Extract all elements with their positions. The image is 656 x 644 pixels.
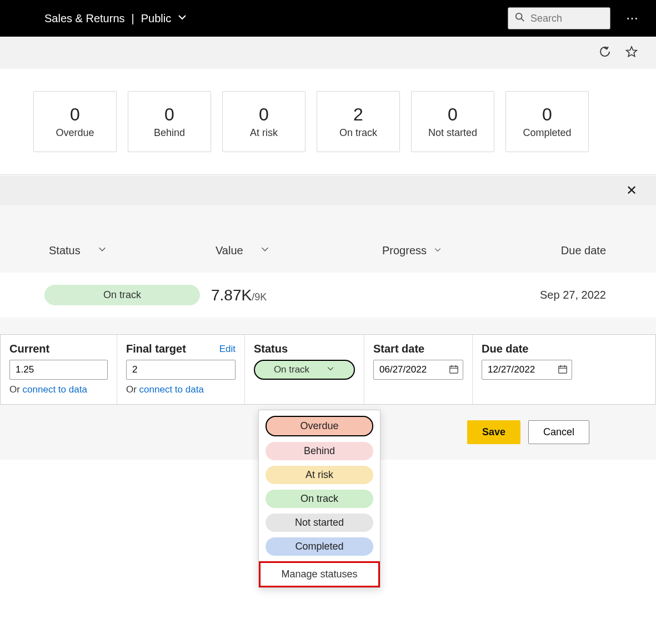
card-at-risk[interactable]: 0 At risk xyxy=(222,91,306,152)
card-label: Not started xyxy=(428,127,477,139)
search-box[interactable] xyxy=(508,7,610,29)
close-icon[interactable]: ✕ xyxy=(620,179,643,202)
card-overdue[interactable]: 0 Overdue xyxy=(33,91,117,152)
card-completed[interactable]: 0 Completed xyxy=(505,91,589,152)
status-option-behind[interactable]: Behind xyxy=(266,442,373,460)
col-value-label[interactable]: Value xyxy=(216,244,243,257)
workspace-name[interactable]: Public xyxy=(141,12,171,25)
top-header: Sales & Returns | Public ⋯ xyxy=(0,0,656,37)
card-on-track[interactable]: 2 On track xyxy=(317,91,400,152)
goal-row[interactable]: On track 7.87K/9K Sep 27, 2022 xyxy=(0,273,656,318)
card-not-started[interactable]: 0 Not started xyxy=(411,91,494,152)
card-count: 0 xyxy=(164,104,174,125)
card-label: On track xyxy=(339,127,377,139)
card-label: At risk xyxy=(250,127,278,139)
app-title: Sales & Returns xyxy=(44,12,125,25)
col-due-label[interactable]: Due date xyxy=(561,244,606,256)
calendar-icon[interactable] xyxy=(449,364,459,376)
value-denom: /9K xyxy=(252,291,267,303)
cancel-button[interactable]: Cancel xyxy=(528,420,589,444)
start-date-label: Start date xyxy=(373,343,424,355)
edit-form: Current Or connect to data Final target … xyxy=(0,334,656,405)
chevron-down-icon[interactable] xyxy=(433,244,442,257)
sub-header xyxy=(0,37,656,69)
due-date-label: Due date xyxy=(482,343,528,355)
calendar-icon[interactable] xyxy=(558,364,568,376)
search-icon xyxy=(515,12,525,24)
save-button[interactable]: Save xyxy=(467,420,520,444)
final-hint: Or connect to data xyxy=(126,384,236,395)
svg-rect-2 xyxy=(450,366,458,374)
status-option-overdue[interactable]: Overdue xyxy=(266,416,373,436)
final-target-input[interactable] xyxy=(126,360,236,380)
status-select[interactable]: On track xyxy=(254,360,355,380)
card-count: 0 xyxy=(259,104,269,125)
refresh-icon[interactable] xyxy=(598,45,612,61)
col-status-label[interactable]: Status xyxy=(49,244,81,257)
card-label: Behind xyxy=(154,127,185,139)
status-label: Status xyxy=(254,343,288,355)
chevron-down-icon xyxy=(326,364,335,375)
col-progress-label[interactable]: Progress xyxy=(382,244,427,257)
group-due-date: Due date xyxy=(473,335,581,404)
connect-data-link[interactable]: connect to data xyxy=(139,384,204,395)
card-behind[interactable]: 0 Behind xyxy=(128,91,211,152)
columns-header: Status Value Progress Due date xyxy=(0,205,656,273)
card-count: 0 xyxy=(70,104,80,125)
current-hint: Or connect to data xyxy=(9,384,108,395)
edit-link[interactable]: Edit xyxy=(219,344,236,355)
card-count: 0 xyxy=(542,104,552,125)
due-date-cell: Sep 27, 2022 xyxy=(540,289,623,301)
status-cards-row: 0 Overdue 0 Behind 0 At risk 2 On track … xyxy=(0,69,656,175)
group-current: Current Or connect to data xyxy=(1,335,117,404)
title-divider: | xyxy=(132,12,134,25)
value-main: 7.87K xyxy=(211,286,252,304)
status-pill: On track xyxy=(44,285,200,305)
connect-data-link[interactable]: connect to data xyxy=(23,384,87,395)
value-cell: 7.87K/9K xyxy=(211,286,378,304)
card-label: Overdue xyxy=(56,127,94,139)
svg-point-0 xyxy=(516,13,522,19)
group-final-target: Final target Edit Or connect to data xyxy=(117,335,245,404)
favorite-icon[interactable] xyxy=(625,45,638,61)
final-target-label: Final target xyxy=(126,343,186,355)
chevron-down-icon[interactable] xyxy=(177,12,188,25)
svg-rect-6 xyxy=(559,366,567,374)
panel-header: ✕ xyxy=(0,175,656,205)
group-status: Status On track xyxy=(245,335,364,404)
group-start-date: Start date xyxy=(364,335,473,404)
search-input[interactable] xyxy=(530,13,603,24)
card-count: 0 xyxy=(448,104,458,125)
svg-line-1 xyxy=(522,19,524,22)
chevron-down-icon[interactable] xyxy=(97,244,107,257)
status-dropdown: Overdue Behind At risk On track Not star… xyxy=(258,410,380,460)
more-menu-icon[interactable]: ⋯ xyxy=(626,11,639,26)
card-count: 2 xyxy=(353,104,363,125)
card-label: Completed xyxy=(523,127,571,139)
status-select-value: On track xyxy=(274,364,309,375)
current-input[interactable] xyxy=(9,360,108,380)
current-label: Current xyxy=(9,343,49,355)
chevron-down-icon[interactable] xyxy=(260,244,270,257)
